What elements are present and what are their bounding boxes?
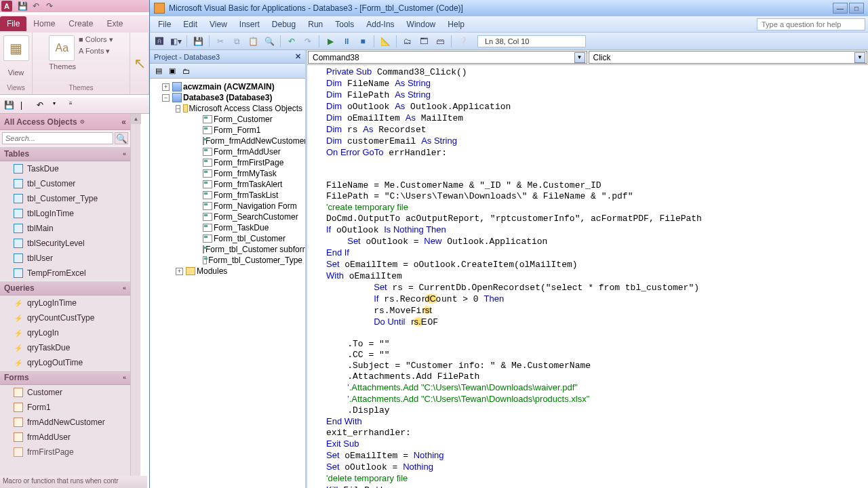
menu-addins[interactable]: Add-Ins bbox=[361, 18, 399, 30]
collapse-icon[interactable]: − bbox=[176, 105, 180, 113]
paste-icon[interactable]: 📋 bbox=[246, 35, 260, 48]
table-row[interactable]: TempFromExcel bbox=[0, 266, 130, 281]
view-button[interactable]: View bbox=[8, 68, 24, 77]
redo-icon[interactable]: ↷ bbox=[301, 35, 315, 48]
chevron-down-icon[interactable]: ▼ bbox=[854, 52, 865, 63]
find-icon[interactable]: 🔍 bbox=[262, 35, 276, 48]
project-explorer-title[interactable]: Project - Database3 ✕ bbox=[150, 50, 305, 64]
menu-view[interactable]: View bbox=[204, 18, 233, 30]
cut-icon[interactable]: ✂ bbox=[214, 35, 227, 48]
design-mode-icon[interactable]: 📐 bbox=[378, 35, 392, 48]
form-row[interactable]: frmAddNewCustomer bbox=[0, 415, 130, 430]
menu-help[interactable]: Help bbox=[442, 18, 470, 30]
tab-create[interactable]: Create bbox=[62, 16, 100, 31]
tree-item[interactable]: Form_Navigation Form bbox=[214, 201, 297, 211]
procedure-dropdown[interactable]: Click▼ bbox=[589, 51, 868, 64]
navpane-scrollbar[interactable]: ▲ ▼ bbox=[130, 114, 140, 488]
query-row[interactable]: ⚡qryTaskDue bbox=[0, 340, 130, 355]
tree-item[interactable]: Form_Customer bbox=[214, 115, 273, 124]
group-tables[interactable]: Tables« bbox=[0, 146, 130, 161]
query-row[interactable]: ⚡qryLogOutTime bbox=[0, 355, 130, 370]
customize-qat-icon[interactable]: ≡ bbox=[69, 100, 80, 111]
tree-item[interactable]: Form_frmAddUser bbox=[214, 147, 281, 157]
query-row[interactable]: ⚡qryCountCustType bbox=[0, 310, 130, 325]
minimize-button[interactable]: — bbox=[833, 3, 848, 14]
table-row[interactable]: tblSecurityLevel bbox=[0, 236, 130, 251]
tree-project[interactable]: Database3 (Database3) bbox=[183, 93, 272, 102]
navpane-collapse-icon[interactable]: « bbox=[121, 117, 126, 127]
table-row[interactable]: TaskDue bbox=[0, 161, 130, 176]
fonts-dropdown[interactable]: A Fonts ▾ bbox=[79, 47, 113, 56]
close-panel-icon[interactable]: ✕ bbox=[295, 52, 301, 61]
reset-icon[interactable]: ■ bbox=[356, 35, 370, 48]
tab-external[interactable]: Exte bbox=[100, 16, 130, 31]
form-row[interactable]: Form1 bbox=[0, 400, 130, 415]
themes-icon[interactable]: Aa bbox=[49, 35, 75, 61]
tab-home[interactable]: Home bbox=[26, 16, 62, 31]
menu-insert[interactable]: Insert bbox=[234, 18, 265, 30]
view-code-icon[interactable]: ▤ bbox=[153, 65, 165, 77]
tree-folder[interactable]: Modules bbox=[197, 266, 227, 276]
tree-item[interactable]: Form_tbl_Customer_Type bbox=[208, 256, 302, 265]
qat-undo-icon[interactable]: ↶ bbox=[31, 1, 41, 11]
expand-icon[interactable]: + bbox=[176, 268, 183, 275]
form-row[interactable]: Customer bbox=[0, 385, 130, 400]
menu-run[interactable]: Run bbox=[302, 18, 328, 30]
table-row[interactable]: tblLogInTime bbox=[0, 206, 130, 221]
menu-file[interactable]: File bbox=[153, 18, 176, 30]
object-browser-icon[interactable]: 🗃 bbox=[433, 35, 447, 48]
help-search-input[interactable] bbox=[757, 18, 865, 30]
view-object-icon[interactable]: ▣ bbox=[166, 65, 178, 77]
search-button[interactable]: 🔍 bbox=[115, 132, 128, 144]
tree-folder[interactable]: Microsoft Access Class Objects bbox=[189, 104, 302, 113]
query-row[interactable]: ⚡qryLogIn bbox=[0, 325, 130, 340]
group-queries[interactable]: Queries« bbox=[0, 281, 130, 296]
collapse-icon[interactable]: − bbox=[162, 94, 170, 102]
tree-item[interactable]: Form_frmMyTask bbox=[214, 169, 277, 178]
view-icon[interactable]: ▦ bbox=[3, 35, 29, 61]
table-row[interactable]: tbl_Customer bbox=[0, 176, 130, 191]
tree-item[interactable]: Form_frmAddNewCustomer bbox=[205, 136, 305, 146]
copy-icon[interactable]: ⧉ bbox=[230, 35, 243, 48]
tab-file[interactable]: File bbox=[0, 16, 26, 31]
save-icon[interactable]: 💾 bbox=[191, 35, 205, 48]
search-input[interactable] bbox=[2, 132, 113, 144]
query-row[interactable]: ⚡qryLogInTime bbox=[0, 296, 130, 310]
qat-save-icon[interactable]: 💾 bbox=[18, 1, 27, 11]
expand-icon[interactable]: + bbox=[162, 83, 170, 91]
undo-icon[interactable]: ↶ bbox=[37, 100, 47, 111]
code-editor[interactable]: Private Sub Command38_Click() Dim FileNa… bbox=[307, 65, 868, 488]
tree-item[interactable]: Form_frmFirstPage bbox=[214, 158, 283, 167]
view-access-icon[interactable]: 🅰 bbox=[153, 35, 166, 48]
save-icon[interactable]: 💾 bbox=[4, 100, 15, 111]
tree-item[interactable]: Form_Form1 bbox=[214, 125, 260, 135]
tree-item[interactable]: Form_frmTaskList bbox=[214, 190, 278, 200]
run-icon[interactable]: ▶ bbox=[323, 35, 337, 48]
tree-project[interactable]: acwzmain (ACWZMAIN) bbox=[183, 82, 275, 92]
tree-item[interactable]: Form_tbl_Customer subform bbox=[205, 245, 305, 254]
tree-item[interactable]: Form_TaskDue bbox=[214, 223, 269, 232]
vba-titlebar[interactable]: Microsoft Visual Basic for Applications … bbox=[150, 0, 868, 16]
maximize-button[interactable]: □ bbox=[849, 3, 864, 14]
table-row[interactable]: tblMain bbox=[0, 221, 130, 236]
break-icon[interactable]: ⏸ bbox=[340, 35, 353, 48]
tree-item[interactable]: Form_frmTaskAlert bbox=[214, 180, 282, 189]
undo-icon[interactable]: ↶ bbox=[285, 35, 298, 48]
project-tree[interactable]: +acwzmain (ACWZMAIN) −Database3 (Databas… bbox=[150, 79, 305, 488]
tree-item[interactable]: Form_tbl_Customer bbox=[214, 234, 285, 243]
menu-window[interactable]: Window bbox=[401, 18, 441, 30]
menu-debug[interactable]: Debug bbox=[267, 18, 301, 30]
toggle-folders-icon[interactable]: 🗀 bbox=[180, 65, 192, 77]
group-forms[interactable]: Forms« bbox=[0, 370, 130, 385]
form-row[interactable]: frmAddUser bbox=[0, 430, 130, 445]
table-row[interactable]: tbl_Customer_Type bbox=[0, 191, 130, 206]
properties-icon[interactable]: 🗔 bbox=[417, 35, 431, 48]
form-row[interactable]: frmFirstPage bbox=[0, 445, 130, 460]
menu-edit[interactable]: Edit bbox=[178, 18, 203, 30]
project-explorer-icon[interactable]: 🗂 bbox=[401, 35, 414, 48]
qat-redo-icon[interactable]: ↷ bbox=[45, 1, 54, 11]
colors-dropdown[interactable]: ■ Colors ▾ bbox=[79, 35, 113, 44]
table-row[interactable]: tblUser bbox=[0, 251, 130, 266]
object-dropdown[interactable]: Command38▼ bbox=[308, 51, 587, 64]
help-icon[interactable]: ❔ bbox=[456, 35, 469, 48]
